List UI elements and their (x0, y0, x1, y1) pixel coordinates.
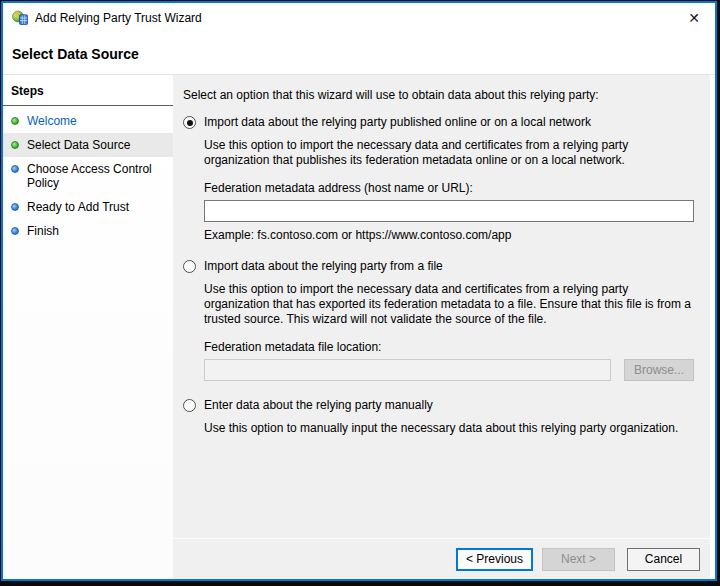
step-label: Choose Access Control Policy (27, 162, 167, 190)
step-upcoming-icon (11, 203, 19, 211)
close-icon[interactable]: ✕ (684, 9, 704, 27)
step-completed-icon (11, 141, 19, 149)
file-location-row: Browse... (204, 359, 694, 381)
option-label[interactable]: Enter data about the relying party manua… (204, 398, 433, 412)
option-label[interactable]: Import data about the relying party publ… (204, 115, 591, 129)
steps-panel: Steps Welcome Select Data Source Choose … (3, 75, 173, 579)
step-label: Select Data Source (27, 138, 130, 152)
page-header: Select Data Source (3, 33, 715, 74)
federation-metadata-address-input[interactable] (204, 200, 694, 222)
option-description: Use this option to import the necessary … (204, 138, 694, 168)
federation-metadata-file-label: Federation metadata file location: (204, 340, 694, 354)
intro-text: Select an option that this wizard will u… (183, 88, 694, 102)
step-completed-icon (11, 117, 19, 125)
step-item-finish: Finish (3, 219, 173, 243)
step-upcoming-icon (11, 165, 19, 173)
radio-button-icon[interactable] (183, 116, 196, 129)
window-title: Add Relying Party Trust Wizard (35, 11, 677, 25)
content-column: Select an option that this wizard will u… (173, 75, 710, 579)
next-button: Next > (542, 548, 615, 571)
step-label: Welcome (27, 114, 77, 128)
option-description: Use this option to manually input the ne… (204, 421, 694, 436)
step-item-choose-access-control-policy: Choose Access Control Policy (3, 157, 173, 195)
federation-metadata-file-input (204, 359, 611, 381)
option-enter-manually[interactable]: Enter data about the relying party manua… (183, 398, 694, 412)
browse-button: Browse... (624, 359, 694, 381)
option-label[interactable]: Import data about the relying party from… (204, 259, 443, 273)
option-import-online[interactable]: Import data about the relying party publ… (183, 115, 694, 129)
example-text: Example: fs.contoso.com or https://www.c… (204, 228, 694, 242)
option-import-file-details: Use this option to import the necessary … (204, 282, 694, 381)
option-import-file[interactable]: Import data about the relying party from… (183, 259, 694, 273)
steps-title: Steps (3, 75, 173, 106)
wizard-window: Add Relying Party Trust Wizard ✕ Select … (1, 1, 717, 581)
option-description: Use this option to import the necessary … (204, 282, 694, 327)
cancel-button[interactable]: Cancel (627, 548, 700, 571)
button-bar: < Previous Next > Cancel (173, 538, 710, 579)
previous-button[interactable]: < Previous (456, 548, 533, 571)
option-import-online-details: Use this option to import the necessary … (204, 138, 694, 242)
title-bar: Add Relying Party Trust Wizard ✕ (3, 3, 715, 33)
step-label: Finish (27, 224, 59, 238)
step-upcoming-icon (11, 227, 19, 235)
radio-button-icon[interactable] (183, 399, 196, 412)
radio-button-icon[interactable] (183, 260, 196, 273)
step-item-welcome: Welcome (3, 109, 173, 133)
relying-party-trust-icon (12, 10, 28, 26)
federation-metadata-address-label: Federation metadata address (host name o… (204, 181, 694, 195)
step-item-ready-to-add-trust: Ready to Add Trust (3, 195, 173, 219)
option-enter-manually-details: Use this option to manually input the ne… (204, 421, 694, 436)
wizard-body: Steps Welcome Select Data Source Choose … (3, 74, 715, 579)
step-item-select-data-source: Select Data Source (3, 133, 173, 157)
page-title: Select Data Source (12, 46, 139, 62)
main-panel: Select an option that this wizard will u… (173, 75, 710, 538)
step-label: Ready to Add Trust (27, 200, 129, 214)
